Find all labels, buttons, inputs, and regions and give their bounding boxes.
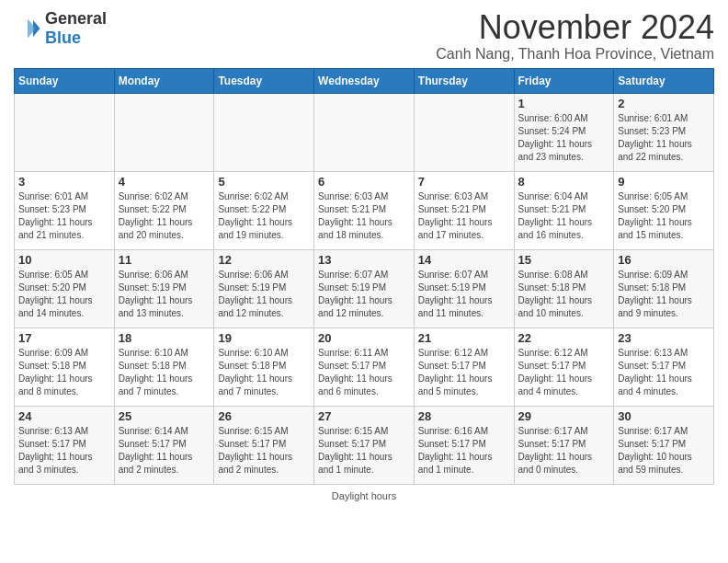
- day-info: Sunrise: 6:12 AM Sunset: 5:17 PM Dayligh…: [418, 347, 510, 398]
- calendar-footer: Daylight hours: [14, 490, 714, 501]
- day-cell: 28Sunrise: 6:16 AM Sunset: 5:17 PM Dayli…: [414, 406, 514, 484]
- day-cell: 13Sunrise: 6:07 AM Sunset: 5:19 PM Dayli…: [314, 249, 415, 327]
- day-cell: 8Sunrise: 6:04 AM Sunset: 5:21 PM Daylig…: [514, 171, 614, 249]
- day-number: 12: [218, 253, 310, 267]
- week-row-1: 1Sunrise: 6:00 AM Sunset: 5:24 PM Daylig…: [15, 93, 714, 171]
- day-info: Sunrise: 6:07 AM Sunset: 5:19 PM Dayligh…: [318, 269, 410, 320]
- day-number: 4: [119, 175, 210, 189]
- day-cell: 5Sunrise: 6:02 AM Sunset: 5:22 PM Daylig…: [214, 171, 314, 249]
- day-number: 30: [618, 409, 710, 423]
- day-number: 24: [18, 409, 110, 423]
- month-year-title: November 2024: [436, 9, 714, 46]
- day-cell: 1Sunrise: 6:00 AM Sunset: 5:24 PM Daylig…: [514, 93, 614, 171]
- day-number: 2: [618, 97, 710, 110]
- day-info: Sunrise: 6:09 AM Sunset: 5:18 PM Dayligh…: [18, 347, 110, 398]
- day-cell: [214, 93, 314, 171]
- day-cell: 15Sunrise: 6:08 AM Sunset: 5:18 PM Dayli…: [514, 249, 614, 327]
- day-number: 22: [518, 331, 610, 345]
- day-info: Sunrise: 6:17 AM Sunset: 5:17 PM Dayligh…: [518, 425, 610, 477]
- svg-marker-1: [28, 19, 36, 39]
- day-cell: 27Sunrise: 6:15 AM Sunset: 5:17 PM Dayli…: [314, 406, 415, 484]
- day-number: 19: [218, 331, 310, 345]
- day-info: Sunrise: 6:15 AM Sunset: 5:17 PM Dayligh…: [318, 425, 410, 477]
- page-header: General Blue November 2024 Canh Nang, Th…: [14, 9, 714, 63]
- day-cell: 24Sunrise: 6:13 AM Sunset: 5:17 PM Dayli…: [15, 406, 115, 484]
- day-info: Sunrise: 6:06 AM Sunset: 5:19 PM Dayligh…: [119, 269, 210, 320]
- col-header-friday: Friday: [514, 68, 614, 93]
- day-cell: 21Sunrise: 6:12 AM Sunset: 5:17 PM Dayli…: [414, 327, 514, 406]
- day-cell: 25Sunrise: 6:14 AM Sunset: 5:17 PM Dayli…: [114, 406, 214, 484]
- day-info: Sunrise: 6:12 AM Sunset: 5:17 PM Dayligh…: [518, 347, 610, 398]
- day-info: Sunrise: 6:08 AM Sunset: 5:18 PM Dayligh…: [518, 269, 610, 320]
- week-row-2: 3Sunrise: 6:01 AM Sunset: 5:23 PM Daylig…: [15, 171, 714, 249]
- col-header-saturday: Saturday: [614, 68, 714, 93]
- day-number: 23: [618, 331, 710, 345]
- week-row-3: 10Sunrise: 6:05 AM Sunset: 5:20 PM Dayli…: [15, 249, 714, 327]
- day-info: Sunrise: 6:13 AM Sunset: 5:17 PM Dayligh…: [18, 425, 110, 477]
- day-number: 18: [119, 331, 210, 345]
- col-header-tuesday: Tuesday: [214, 68, 314, 93]
- day-number: 9: [618, 175, 710, 189]
- day-cell: 9Sunrise: 6:05 AM Sunset: 5:20 PM Daylig…: [614, 171, 714, 249]
- day-number: 27: [318, 409, 410, 423]
- day-cell: [314, 93, 415, 171]
- day-info: Sunrise: 6:11 AM Sunset: 5:17 PM Dayligh…: [318, 347, 410, 398]
- col-header-monday: Monday: [114, 68, 214, 93]
- logo-blue: Blue: [45, 29, 107, 48]
- week-row-5: 24Sunrise: 6:13 AM Sunset: 5:17 PM Dayli…: [15, 406, 714, 484]
- day-number: 10: [18, 253, 110, 267]
- logo-text: General Blue: [45, 9, 107, 48]
- day-number: 15: [518, 253, 610, 267]
- day-cell: 29Sunrise: 6:17 AM Sunset: 5:17 PM Dayli…: [514, 406, 614, 484]
- day-cell: 20Sunrise: 6:11 AM Sunset: 5:17 PM Dayli…: [314, 327, 415, 406]
- day-info: Sunrise: 6:17 AM Sunset: 5:17 PM Dayligh…: [618, 425, 710, 477]
- day-number: 14: [418, 253, 510, 267]
- day-info: Sunrise: 6:10 AM Sunset: 5:18 PM Dayligh…: [218, 347, 310, 398]
- day-cell: 16Sunrise: 6:09 AM Sunset: 5:18 PM Dayli…: [614, 249, 714, 327]
- day-number: 20: [318, 331, 410, 345]
- day-info: Sunrise: 6:09 AM Sunset: 5:18 PM Dayligh…: [618, 269, 710, 320]
- logo-icon: [14, 15, 41, 42]
- day-number: 7: [418, 175, 510, 189]
- day-cell: 3Sunrise: 6:01 AM Sunset: 5:23 PM Daylig…: [15, 171, 115, 249]
- day-number: 3: [18, 175, 110, 189]
- day-cell: 2Sunrise: 6:01 AM Sunset: 5:23 PM Daylig…: [614, 93, 714, 171]
- day-cell: 11Sunrise: 6:06 AM Sunset: 5:19 PM Dayli…: [114, 249, 214, 327]
- day-info: Sunrise: 6:02 AM Sunset: 5:22 PM Dayligh…: [218, 190, 310, 242]
- day-info: Sunrise: 6:13 AM Sunset: 5:17 PM Dayligh…: [618, 347, 710, 398]
- day-info: Sunrise: 6:04 AM Sunset: 5:21 PM Dayligh…: [518, 190, 610, 242]
- location-subtitle: Canh Nang, Thanh Hoa Province, Vietnam: [436, 46, 714, 63]
- day-number: 8: [518, 175, 610, 189]
- day-cell: 10Sunrise: 6:05 AM Sunset: 5:20 PM Dayli…: [15, 249, 115, 327]
- day-number: 25: [119, 409, 210, 423]
- day-info: Sunrise: 6:05 AM Sunset: 5:20 PM Dayligh…: [18, 269, 110, 320]
- day-number: 11: [119, 253, 210, 267]
- day-info: Sunrise: 6:02 AM Sunset: 5:22 PM Dayligh…: [119, 190, 210, 242]
- day-cell: 26Sunrise: 6:15 AM Sunset: 5:17 PM Dayli…: [214, 406, 314, 484]
- day-cell: 14Sunrise: 6:07 AM Sunset: 5:19 PM Dayli…: [414, 249, 514, 327]
- col-header-sunday: Sunday: [15, 68, 115, 93]
- day-info: Sunrise: 6:05 AM Sunset: 5:20 PM Dayligh…: [618, 190, 710, 242]
- footer-note: Daylight hours: [332, 490, 396, 501]
- day-info: Sunrise: 6:07 AM Sunset: 5:19 PM Dayligh…: [418, 269, 510, 320]
- day-info: Sunrise: 6:01 AM Sunset: 5:23 PM Dayligh…: [618, 112, 710, 164]
- day-cell: 22Sunrise: 6:12 AM Sunset: 5:17 PM Dayli…: [514, 327, 614, 406]
- week-row-4: 17Sunrise: 6:09 AM Sunset: 5:18 PM Dayli…: [15, 327, 714, 406]
- day-number: 13: [318, 253, 410, 267]
- day-cell: 30Sunrise: 6:17 AM Sunset: 5:17 PM Dayli…: [614, 406, 714, 484]
- day-cell: [15, 93, 115, 171]
- day-info: Sunrise: 6:16 AM Sunset: 5:17 PM Dayligh…: [418, 425, 510, 477]
- col-header-thursday: Thursday: [414, 68, 514, 93]
- day-info: Sunrise: 6:15 AM Sunset: 5:17 PM Dayligh…: [218, 425, 310, 477]
- day-number: 17: [18, 331, 110, 345]
- day-info: Sunrise: 6:03 AM Sunset: 5:21 PM Dayligh…: [318, 190, 410, 242]
- day-number: 21: [418, 331, 510, 345]
- day-number: 28: [418, 409, 510, 423]
- day-cell: 6Sunrise: 6:03 AM Sunset: 5:21 PM Daylig…: [314, 171, 415, 249]
- day-info: Sunrise: 6:06 AM Sunset: 5:19 PM Dayligh…: [218, 269, 310, 320]
- day-number: 26: [218, 409, 310, 423]
- day-cell: [114, 93, 214, 171]
- day-info: Sunrise: 6:14 AM Sunset: 5:17 PM Dayligh…: [119, 425, 210, 477]
- day-number: 1: [518, 97, 610, 110]
- day-cell: 18Sunrise: 6:10 AM Sunset: 5:18 PM Dayli…: [114, 327, 214, 406]
